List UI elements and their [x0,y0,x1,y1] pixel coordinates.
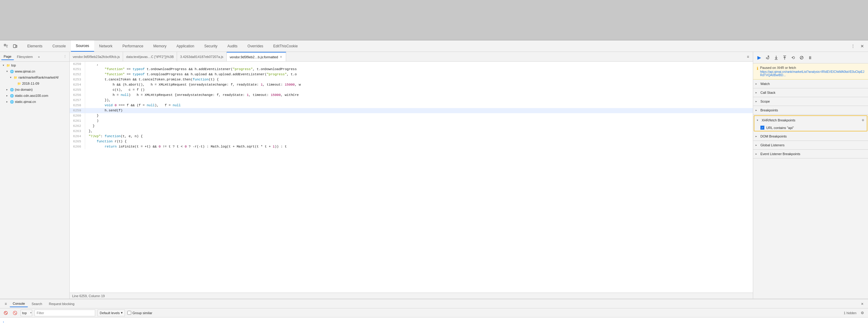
editor-tab-label-vendor1: vendor.9d5f9eb23a2fcbcf0fcb.js [73,55,120,59]
console-filter-input[interactable] [35,309,95,316]
line-code[interactable]: } [85,113,753,118]
group-similar-label[interactable]: Group similar [127,311,152,315]
bottom-close-button[interactable]: × [859,300,866,307]
tree-item-cdn[interactable]: 🌐 static-cdn.aso100.com [0,92,69,99]
tab-sources[interactable]: Sources [71,40,94,52]
line-code[interactable]: }, [85,129,753,134]
line-number: 6261 [70,118,85,124]
tab-overrides[interactable]: Overrides [243,40,269,52]
preserve-log-icon[interactable]: 🚫 [11,309,18,316]
debug-section-header-event[interactable]: Event Listener Breakpoints [753,150,868,158]
console-context-select[interactable]: top [21,309,32,316]
watch-arrow-icon [755,82,759,85]
line-code-highlighted[interactable]: h.send(f) [85,108,753,113]
debug-stepout-button[interactable] [781,54,788,61]
dom-arrow-icon [755,135,759,138]
tab-audits[interactable]: Audits [222,40,243,52]
xhr-breakpoint-checkbox[interactable]: ✓ [761,126,764,130]
line-code[interactable]: } [85,124,753,129]
tab-memory[interactable]: Memory [149,40,172,52]
bottom-tab-search[interactable]: Search [29,301,45,307]
debug-section-header-dom[interactable]: DOM Breakpoints [753,132,868,140]
tree-item-qimai[interactable]: 🌐 www.qimai.cn [0,68,69,74]
tree-item-top[interactable]: 📁 top [0,62,69,68]
debug-stepinto-button[interactable] [773,54,780,61]
line-code[interactable]: h && (h.abort(), h = XMLHttpRequest {onr… [85,82,753,87]
filetree-tab-filesystem[interactable]: Filesystem [14,54,35,60]
editor-tab-vendor1[interactable]: vendor.9d5f9eb23a2fcbcf0fcb.js [70,52,123,61]
tab-console[interactable]: Console [48,40,71,52]
cdn-network-icon: 🌐 [10,93,14,98]
levels-dropdown-arrow-icon: ▾ [121,311,123,315]
debug-deactivate-button[interactable] [798,54,805,61]
tree-item-date[interactable]: 📁 2018-11-09 [0,80,69,86]
editor-tab-more-icon[interactable]: ≡ [744,53,752,60]
filetree-tab-page[interactable]: Page [1,53,14,60]
clear-console-icon[interactable] [2,309,9,316]
line-code[interactable]: }), [85,98,753,103]
editor-statusbar: Line 6259, Column 19 [70,293,753,299]
editor-tab-vendor2[interactable]: vendor.9d5f9eb2…b.js:formatted ✕ [227,52,286,61]
line-code[interactable]: ) [85,118,753,124]
line-code[interactable]: void 0 === f && (f = null), f = null [85,103,753,108]
tree-item-nodomain[interactable]: 🌐 (no domain) [0,86,69,92]
line-code[interactable]: "7Jvp": function(t, e, n) { [85,134,753,139]
line-code[interactable]: "function" == typeof t.onUploadProgress … [85,72,753,77]
debug-section-header-xhr[interactable]: XHR/fetch Breakpoints + [754,116,867,125]
debug-section-header-scope[interactable]: Scope [753,97,868,106]
bottom-tab-console[interactable]: Console [10,300,28,307]
group-similar-checkbox[interactable] [127,311,131,315]
bottom-toggle-icon[interactable]: ≡ [2,300,9,307]
debug-pause-exceptions-button[interactable]: ⏸ [806,54,814,61]
tab-elements[interactable]: Elements [23,40,48,52]
tab-network[interactable]: Network [94,40,118,52]
debug-stepback-button[interactable]: ⟲ [789,54,797,61]
editor-tab-close-vendor2[interactable]: ✕ [279,55,283,59]
tab-performance[interactable]: Performance [118,40,149,52]
line-code[interactable]: function r(t) { [85,139,753,144]
line-code[interactable]: t.cancelToken && t.cancelToken.promise.t… [85,77,753,82]
tab-security[interactable]: Security [199,40,222,52]
line-code[interactable]: c(t), c = f () [85,87,753,92]
tab-editthiscookie[interactable]: EditThisCookie [269,40,303,52]
line-code[interactable]: , [85,62,753,67]
debug-section-dom: DOM Breakpoints [753,132,868,141]
inspect-element-icon[interactable] [2,43,10,50]
filetree-tabs-more[interactable]: » [36,54,42,60]
debug-stepover-button[interactable] [764,54,771,61]
console-settings-icon[interactable]: ⚙ [859,309,866,316]
line-number: 6250 [70,62,85,67]
tree-item-rank[interactable]: 📁 rank/marketRank/market/4/ [0,74,69,80]
console-levels-button[interactable]: Default levels ▾ [98,309,125,316]
breakpoints-label: Breakpoints [761,108,778,112]
debug-section-header-global[interactable]: Global Listeners [753,141,868,150]
editor-tab-datatext[interactable]: data:text/javas…C ["tPF2"])%3B [123,52,177,61]
console-caret-icon: › [2,320,4,324]
editor-tabs: vendor.9d5f9eb23a2fcbcf0fcb.js data:text… [70,52,753,62]
device-toolbar-icon[interactable] [11,43,19,50]
line-code[interactable]: return isFinite(t = +t) && 0 != t ? t < … [85,144,753,150]
bottom-tab-requestblocking[interactable]: Request blocking [46,301,77,307]
line-code[interactable]: "function" == typeof t.onDownloadProgres… [85,67,753,72]
editor-tab-sha3[interactable]: 3.4263da814187eb07207a.js [177,52,227,61]
more-tools-icon[interactable]: ⋮ [849,43,857,50]
debug-resume-button[interactable]: ▶ [755,54,763,61]
line-code[interactable]: h = null) h = XMLHttpRequest {onreadysta… [85,92,753,98]
debug-section-xhr: XHR/fetch Breakpoints + ✓ URL contains "… [754,115,867,131]
qimai-network-icon: 🌐 [10,69,14,74]
devtools-close-button[interactable]: ✕ [859,43,866,50]
debugger-panel: ▶ [753,52,868,299]
code-area[interactable]: 6250 , 6251 "function" == typeof t.onDow… [70,62,753,293]
debug-section-header-watch[interactable]: Watch [753,80,868,88]
xhr-add-icon[interactable]: + [862,118,864,123]
tree-item-static[interactable]: 🌐 static.qimai.cn [0,99,69,105]
line-number: 6260 [70,113,85,118]
line-number: 6257 [70,98,85,103]
tab-application[interactable]: Application [172,40,199,52]
editor-panel: vendor.9d5f9eb23a2fcbcf0fcb.js data:text… [70,52,753,299]
debug-section-header-breakpoints[interactable]: Breakpoints [753,106,868,114]
filetree-options-icon[interactable]: ⋮ [62,53,68,60]
table-row: 6251 "function" == typeof t.onDownloadPr… [70,67,753,72]
table-row: 6266 return isFinite(t = +t) && 0 != t ?… [70,144,753,150]
debug-section-header-callstack[interactable]: Call Stack [753,88,868,97]
